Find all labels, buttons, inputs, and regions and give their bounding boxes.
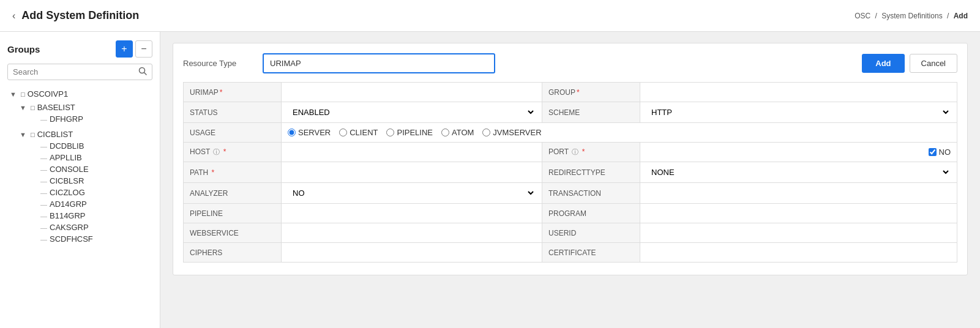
- usage-pipeline-label[interactable]: PIPELINE: [386, 128, 433, 137]
- label-scheme: SCHEME: [542, 102, 640, 123]
- usage-jvmserver-label[interactable]: JVMSERVER: [482, 128, 541, 137]
- usage-client-label[interactable]: CLIENT: [339, 128, 378, 137]
- transaction-input[interactable]: [646, 187, 951, 199]
- tree-label-cicblsr: CICBLSR: [50, 176, 84, 185]
- tree-leaf-console[interactable]: — CONSOLE: [27, 163, 152, 175]
- label-program: PROGRAM: [542, 204, 640, 223]
- label-status: STATUS: [184, 102, 282, 123]
- sidebar-title: Groups: [7, 44, 40, 54]
- breadcrumb-osc: OSC: [855, 12, 870, 20]
- input-cell-webservice: [282, 223, 542, 243]
- breadcrumb-sep1: /: [875, 12, 877, 20]
- input-cell-group: [640, 83, 957, 102]
- breadcrumb: OSC / System Definitions / Add: [855, 12, 968, 20]
- search-button[interactable]: [133, 64, 152, 80]
- port-no-checkbox[interactable]: [929, 148, 937, 156]
- group-input[interactable]: [646, 86, 951, 98]
- breadcrumb-sep2: /: [947, 12, 949, 20]
- urimap-input[interactable]: [288, 86, 536, 98]
- usage-server-text: SERVER: [298, 128, 331, 137]
- usage-options: SERVER CLIENT PIPELINE: [288, 127, 951, 138]
- tree-leaf-cicblsr[interactable]: — CICBLSR: [27, 175, 152, 187]
- status-select[interactable]: ENABLED DISABLED: [288, 106, 536, 119]
- content-area: Resource Type URIMAP PROGRAM TRANSACTION…: [160, 32, 980, 328]
- tree-leaf-dcdblib[interactable]: — DCDBLIB: [27, 140, 152, 152]
- label-analyzer: ANALYZER: [184, 183, 282, 204]
- folder-icon-oscoivp1: □: [21, 91, 25, 98]
- remove-group-button[interactable]: −: [135, 40, 152, 58]
- tree-label-oscoivp1: OSCOIVP1: [28, 89, 68, 99]
- tree-row-cicblist[interactable]: ▼ □ CICBLIST: [17, 129, 152, 140]
- input-cell-usage: SERVER CLIENT PIPELINE: [282, 123, 957, 143]
- program-input[interactable]: [646, 207, 951, 219]
- usage-server-radio[interactable]: [288, 129, 296, 136]
- toggle-cicblist[interactable]: ▼: [20, 131, 28, 138]
- label-certificate: CERTIFICATE: [542, 243, 640, 263]
- form-table: URIMAP* GROUP*: [183, 82, 957, 263]
- folder-icon-cicblist: □: [31, 131, 35, 138]
- breadcrumb-current: Add: [954, 12, 968, 20]
- tree-leaf-appllib[interactable]: — APPLLIB: [27, 152, 152, 163]
- usage-pipeline-radio[interactable]: [386, 129, 394, 136]
- add-group-button[interactable]: +: [116, 40, 133, 58]
- resource-type-select[interactable]: URIMAP PROGRAM TRANSACTION FILE BUNDLE: [263, 53, 495, 73]
- input-cell-transaction: [640, 183, 957, 204]
- row-path-redirecttype: PATH * REDIRECTTYPE NONE PERMANE: [184, 162, 957, 183]
- input-cell-port: NO: [640, 143, 957, 162]
- userid-input[interactable]: [646, 227, 951, 239]
- search-input[interactable]: [8, 64, 133, 80]
- tree-leaf-b114grp[interactable]: — B114GRP: [27, 210, 152, 222]
- host-input[interactable]: [288, 146, 536, 158]
- toggle-baselist[interactable]: ▼: [20, 104, 28, 111]
- certificate-input[interactable]: [646, 247, 951, 258]
- breadcrumb-system-defs: System Definitions: [881, 12, 942, 20]
- tree-item-oscoivp1: ▼ □ OSCOIVP1 ▼ □ BASELIST: [7, 86, 152, 248]
- pipeline-input[interactable]: [288, 207, 536, 219]
- analyzer-select[interactable]: NO YES: [288, 187, 536, 199]
- tree-label-baselist: BASELIST: [37, 103, 75, 112]
- usage-atom-radio[interactable]: [441, 129, 449, 136]
- usage-server-label[interactable]: SERVER: [288, 128, 331, 137]
- tree-leaf-caksgrp[interactable]: — CAKSGRP: [27, 222, 152, 233]
- tree-leaf-ad14grp[interactable]: — AD14GRP: [27, 198, 152, 210]
- usage-atom-label[interactable]: ATOM: [441, 128, 474, 137]
- port-input[interactable]: [646, 146, 924, 158]
- tree-row-baselist[interactable]: ▼ □ BASELIST: [17, 102, 152, 113]
- toggle-oscoivp1[interactable]: ▼: [10, 91, 18, 98]
- label-pipeline: PIPELINE: [184, 204, 282, 223]
- tree-leaf-dfhgrp[interactable]: — DFHGRP: [27, 113, 152, 125]
- ciphers-input[interactable]: [288, 247, 536, 258]
- form-card: Resource Type URIMAP PROGRAM TRANSACTION…: [173, 43, 968, 275]
- tree-item-cicblist: ▼ □ CICBLIST — DCDBLIB — APPLLIB: [17, 127, 152, 247]
- tree: ▼ □ OSCOIVP1 ▼ □ BASELIST: [7, 86, 152, 248]
- resource-type-label: Resource Type: [183, 59, 256, 68]
- label-webservice: WEBSERVICE: [184, 223, 282, 243]
- input-cell-analyzer: NO YES: [282, 183, 542, 204]
- cancel-button[interactable]: Cancel: [910, 54, 957, 73]
- page-title: Add System Definition: [21, 9, 139, 22]
- usage-client-text: CLIENT: [350, 128, 378, 137]
- input-cell-redirecttype: NONE PERMANENT TEMPORARY: [640, 162, 957, 183]
- resource-type-row: Resource Type URIMAP PROGRAM TRANSACTION…: [183, 53, 957, 73]
- tree-label-ciczlog: CICZLOG: [50, 188, 85, 197]
- folder-icon-baselist: □: [31, 104, 35, 111]
- tree-leaf-ciczlog[interactable]: — CICZLOG: [27, 187, 152, 198]
- path-input[interactable]: [288, 166, 536, 178]
- tree-label-ad14grp: AD14GRP: [50, 199, 87, 209]
- tree-label-console: CONSOLE: [50, 165, 89, 174]
- label-port: PORT ⓘ *: [542, 143, 640, 162]
- scheme-select[interactable]: HTTP HTTPS: [646, 106, 951, 119]
- add-button[interactable]: Add: [862, 54, 904, 73]
- redirecttype-select[interactable]: NONE PERMANENT TEMPORARY: [646, 166, 951, 179]
- label-ciphers: CIPHERS: [184, 243, 282, 263]
- tree-row-oscoivp1[interactable]: ▼ □ OSCOIVP1: [7, 88, 152, 100]
- row-usage: USAGE SERVER CLIENT: [184, 123, 957, 143]
- webservice-input[interactable]: [288, 227, 536, 239]
- usage-client-radio[interactable]: [339, 129, 347, 136]
- input-cell-host: [282, 143, 542, 162]
- tree-leaf-scdfhcsf[interactable]: — SCDFHCSF: [27, 233, 152, 245]
- usage-jvmserver-radio[interactable]: [482, 129, 490, 136]
- input-cell-urimap: [282, 83, 542, 102]
- back-button[interactable]: ‹: [12, 10, 15, 21]
- port-no-checkbox-label[interactable]: NO: [929, 147, 951, 157]
